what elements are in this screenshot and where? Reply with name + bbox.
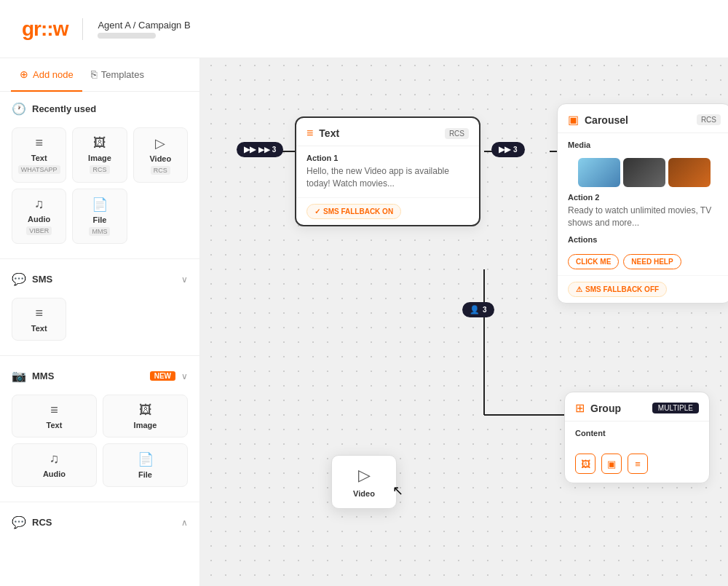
mms-new-badge: NEW	[150, 371, 175, 381]
media-thumb-2	[623, 158, 665, 187]
node-audio-viber[interactable]: ♫ Audio VIBER	[12, 189, 66, 244]
carousel-media-label: Media	[568, 140, 721, 149]
node-image-rcs[interactable]: 🖼 Image RCS	[72, 127, 127, 183]
cursor: ↖	[392, 483, 403, 499]
need-help-button[interactable]: NEED HELP	[623, 254, 681, 269]
node-mms-image[interactable]: 🖼 Image	[103, 395, 188, 437]
node-file-mms[interactable]: 📄 File MMS	[72, 189, 127, 244]
carousel-action-btns: CLICK ME NEED HELP	[558, 254, 728, 275]
mms-file-icon: 📄	[138, 451, 154, 467]
carousel-action-label: Action 2	[568, 193, 721, 202]
conn-pill-right-icon: ▶▶	[499, 145, 510, 154]
rcs-icon: 💬	[12, 515, 26, 529]
mms-text-label: Text	[47, 421, 63, 429]
video-popup-label: Video	[353, 489, 375, 498]
text-node-footer: ✓ SMS FALLBACK ON	[296, 197, 479, 225]
text-node-action-label: Action 1	[306, 154, 469, 162]
group-icon-text[interactable]: ≡	[628, 454, 648, 474]
node-text-whatsapp[interactable]: ≡ Text WHATSAPP	[12, 127, 66, 183]
text-label: Text	[31, 154, 47, 162]
fallback-check-icon: ✓	[314, 207, 320, 215]
image-badge: RCS	[90, 165, 109, 174]
node-video-rcs[interactable]: ▷ Video RCS	[133, 127, 188, 183]
node-mms-text[interactable]: ≡ Text	[12, 395, 97, 437]
flow-area: ▶▶ ▶▶ 3 ≡ Text RCS Action 1 Hello, the n…	[200, 58, 728, 586]
carousel-body: Media Action 2 Ready to watch unlimited …	[558, 133, 728, 254]
mms-text-icon: ≡	[50, 403, 58, 418]
conn-pill-left: ▶▶ ▶▶ 3	[237, 142, 283, 157]
left-panel: ⊕ Add node ⎘ Templates 🕐 Recently used ≡…	[0, 58, 200, 586]
divider-1	[0, 258, 199, 259]
video-badge: RCS	[151, 166, 170, 175]
panel-tabs: ⊕ Add node ⎘ Templates	[0, 58, 199, 92]
mms-image-label: Image	[134, 421, 157, 429]
section-recently-used[interactable]: 🕐 Recently used	[0, 92, 199, 122]
sms-icon: 💬	[12, 272, 26, 286]
node-mms-file[interactable]: 📄 File	[103, 443, 188, 487]
canvas-area[interactable]: ⊕ Add node ⎘ Templates 🕐 Recently used ≡…	[0, 58, 728, 586]
carousel-node-header: ▣ Carousel RCS	[558, 104, 728, 133]
add-node-icon: ⊕	[20, 68, 28, 80]
mms-icon: 📷	[12, 369, 26, 383]
section-rcs[interactable]: 💬 RCS ∧	[0, 505, 199, 535]
mms-image-icon: 🖼	[139, 403, 152, 418]
group-node[interactable]: ⊞ Group MULTIPLE Content 🖼 ▣ ≡	[564, 392, 710, 483]
group-body: Content	[565, 421, 709, 448]
node-sms-text[interactable]: ≡ Text	[12, 298, 66, 341]
mms-file-label: File	[138, 470, 152, 479]
carousel-footer: ⚠ SMS FALLBACK OFF	[558, 275, 728, 303]
tab-templates[interactable]: ⎘ Templates	[82, 58, 153, 92]
recently-used-icon: 🕐	[12, 102, 26, 116]
carousel-tag: RCS	[697, 114, 721, 125]
mms-grid: ≡ Text 🖼 Image ♫ Audio 📄 File	[0, 389, 199, 499]
sms-text-icon: ≡	[35, 306, 43, 321]
conn-pill-bottom-label: 3	[483, 306, 487, 314]
section-mms[interactable]: 📷 MMS NEW ∨	[0, 359, 199, 389]
logo: gr::w	[22, 17, 68, 41]
click-me-button[interactable]: CLICK ME	[568, 254, 619, 269]
text-node[interactable]: ≡ Text RCS Action 1 Hello, the new Video…	[295, 116, 480, 226]
conn-pill-bottom: 👤 3	[462, 302, 494, 317]
video-popup[interactable]: ▷ Video	[331, 455, 397, 509]
media-thumb-3	[668, 158, 711, 187]
mms-audio-icon: ♫	[50, 451, 60, 467]
templates-label: Templates	[101, 69, 144, 80]
carousel-title: Carousel	[585, 114, 628, 126]
text-badge: WHATSAPP	[18, 165, 60, 174]
group-icon-carousel[interactable]: ▣	[601, 454, 622, 474]
sms-arrow: ∨	[181, 274, 188, 285]
recently-used-title: Recently used	[32, 103, 188, 114]
section-sms[interactable]: 💬 SMS ∨	[0, 262, 199, 292]
fallback-warn-icon: ⚠	[576, 285, 582, 293]
video-icon: ▷	[155, 135, 165, 151]
text-node-text: Hello, the new Video app is available to…	[306, 165, 469, 190]
mms-arrow: ∨	[181, 371, 188, 381]
rcs-title: RCS	[32, 517, 175, 528]
text-icon: ≡	[35, 135, 43, 151]
header: gr::w Agent A / Campaign B	[0, 0, 728, 58]
image-icon: 🖼	[93, 135, 106, 151]
carousel-node[interactable]: ▣ Carousel RCS Media Action 2 Ready to w…	[557, 103, 728, 304]
carousel-actions-label: Actions	[568, 235, 721, 244]
sms-title: SMS	[32, 274, 175, 285]
group-icon-image[interactable]: 🖼	[575, 454, 596, 474]
conn-pill-bottom-icon: 👤	[470, 305, 480, 314]
node-mms-audio[interactable]: ♫ Audio	[12, 443, 97, 487]
video-label: Video	[149, 154, 171, 163]
text-node-body: Action 1 Hello, the new Video app is ava…	[296, 146, 479, 197]
mms-title: MMS	[32, 371, 144, 381]
group-node-header: ⊞ Group MULTIPLE	[565, 392, 709, 421]
tab-add-node[interactable]: ⊕ Add node	[11, 58, 82, 92]
breadcrumb-subtitle	[98, 33, 156, 39]
audio-icon: ♫	[34, 197, 44, 212]
file-badge: MMS	[89, 227, 110, 236]
conn-pill-right-label: 3	[513, 146, 518, 154]
conn-pill-left-label: ▶▶ 3	[258, 146, 276, 154]
conn-pill-left-icon: ▶▶	[244, 145, 256, 154]
carousel-fallback-badge: ⚠ SMS FALLBACK OFF	[568, 282, 667, 297]
divider-2	[0, 355, 199, 356]
file-label: File	[93, 215, 107, 224]
group-content-icons: 🖼 ▣ ≡	[565, 448, 709, 483]
audio-badge: VIBER	[26, 226, 52, 235]
add-node-label: Add node	[33, 69, 74, 80]
